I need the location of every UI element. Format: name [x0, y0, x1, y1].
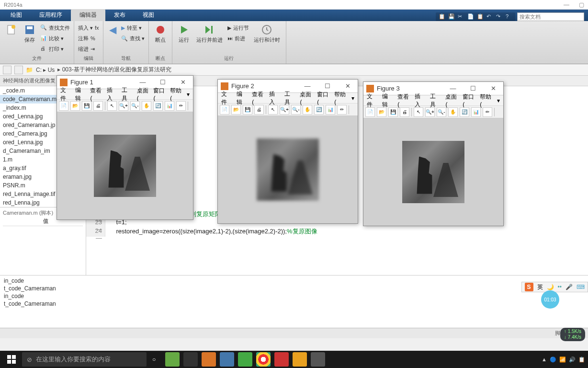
figure-menu-item[interactable]: 帮助( — [169, 87, 183, 102]
figure-toolbar-button[interactable]: 🔄 — [153, 101, 163, 111]
run-advance-button[interactable]: 运行并前进 — [194, 23, 225, 55]
figure-menu-item[interactable]: 工具 — [120, 86, 133, 103]
figure-menu-item[interactable]: 工具 — [283, 90, 296, 106]
folder-icon[interactable] — [293, 352, 307, 367]
tab-view[interactable]: 视图 — [134, 9, 163, 21]
figure-menu-item[interactable]: 帮助( — [478, 93, 494, 108]
compare-button[interactable]: 📊比较 ▾ — [40, 34, 70, 43]
breakpoint-button[interactable]: 断点 — [153, 23, 168, 55]
figure-menu-item[interactable]: 窗口( — [461, 93, 476, 108]
figure-menu-item[interactable]: 桌面( — [298, 91, 314, 105]
tray-icon[interactable]: 📶 — [559, 356, 566, 363]
figure-window-2[interactable]: Figure 2—☐✕文件编辑查看(插入工具桌面(窗口(帮助(▾📄📂💾🖨↖🔍+🔍… — [217, 79, 358, 224]
figure-menu-item[interactable]: 编辑 — [235, 90, 249, 106]
qat-copy-icon[interactable]: 📄 — [467, 13, 474, 20]
ime-toolbar[interactable]: S 英 🌙 •• 🎤 ⌨ — [521, 282, 588, 292]
figure-toolbar-button[interactable]: 📄 — [220, 105, 229, 115]
figure-toolbar-button[interactable]: 🔄 — [460, 107, 469, 117]
find-button[interactable]: 🔍 查找 ▾ — [121, 34, 145, 43]
figure-toolbar-button[interactable]: 🔄 — [314, 105, 324, 115]
qat-icon[interactable]: 📋 — [439, 13, 445, 20]
maximize-button[interactable]: ☐ — [466, 85, 480, 92]
taskbar-search[interactable]: ⊘ 在这里输入你要搜索的内容 — [22, 352, 147, 367]
figure-toolbar-button[interactable]: ✏ — [483, 107, 492, 117]
figure-menu-item[interactable]: 工具 — [429, 92, 442, 109]
figure-menu-item[interactable]: 窗口( — [152, 87, 167, 102]
new-button[interactable] — [4, 23, 19, 55]
cortana-icon[interactable]: ○ — [152, 356, 156, 363]
figure-toolbar-button[interactable]: 🔍+ — [280, 105, 289, 115]
mic-icon[interactable]: 🎤 — [565, 284, 573, 290]
maximize-button[interactable]: ☐ — [156, 79, 170, 86]
close-button[interactable]: ✕ — [486, 85, 500, 92]
app-icon[interactable] — [165, 352, 180, 367]
qat-cut-icon[interactable]: ✂ — [458, 13, 464, 20]
figure-toolbar-button[interactable]: 📊 — [326, 105, 335, 115]
figure-toolbar-button[interactable]: 💾 — [243, 105, 252, 115]
figure-toolbar-button[interactable]: 🔍+ — [119, 101, 128, 111]
save-button[interactable]: 保存 — [22, 23, 37, 55]
tray-icon[interactable]: 🔊 — [569, 356, 576, 363]
figure-toolbar-button[interactable]: ↖ — [107, 101, 117, 111]
figure-window-3[interactable]: Figure 3—☐✕文件编辑查看(插入工具桌面(窗口(帮助(▾📄📂💾🖨↖🔍+🔍… — [363, 81, 504, 226]
tray-icon[interactable]: 🔵 — [550, 356, 556, 363]
moon-icon[interactable]: 🌙 — [547, 284, 554, 290]
figure-menu-item[interactable]: 文件 — [59, 86, 72, 103]
ime-lang[interactable]: 英 — [537, 283, 543, 291]
figure-toolbar-button[interactable]: ✋ — [142, 101, 151, 111]
figure-menu-item[interactable]: 查看( — [250, 91, 266, 105]
figure-toolbar-button[interactable]: 🔍- — [130, 101, 140, 111]
figure-toolbar-button[interactable]: ✏ — [337, 105, 347, 115]
command-window[interactable]: in_codet_code_Cameramanin_codet_code_Cam… — [0, 275, 588, 328]
tray-icon[interactable]: 📋 — [578, 356, 585, 363]
search-docs-input[interactable] — [517, 12, 584, 21]
figure-toolbar-button[interactable]: 🔍- — [291, 105, 301, 115]
advance-button[interactable]: ⏭ 前进 — [227, 34, 249, 43]
figure-toolbar-button[interactable]: 📊 — [165, 101, 174, 111]
keyboard-icon[interactable]: ⌨ — [577, 284, 585, 290]
figure-toolbar-button[interactable]: 🖨 — [400, 107, 409, 117]
path-tail[interactable]: ▸ 003-基于神经网络的退化图像复原算法研究 — [57, 66, 171, 74]
figure-menu-item[interactable]: 编辑 — [74, 86, 87, 103]
close-button[interactable]: ✕ — [340, 82, 355, 90]
app-icon[interactable] — [220, 352, 234, 367]
goto-button[interactable]: ▶ 转至 ▾ — [121, 23, 145, 33]
figure-menu-item[interactable]: 文件 — [220, 90, 233, 106]
timer-badge[interactable]: 01:03 — [541, 290, 559, 309]
figure-menu-item[interactable]: 插入 — [105, 86, 118, 103]
path-segment[interactable]: C: ▸ Us — [36, 67, 55, 73]
insert-button[interactable]: 插入 ▾ fx — [78, 23, 99, 33]
figure-window-1[interactable]: Figure 1—☐✕文件编辑查看(插入工具桌面(窗口(帮助(▾📄📂💾🖨↖🔍+🔍… — [57, 75, 193, 220]
tab-apps[interactable]: 应用程序 — [31, 9, 71, 21]
figure-toolbar-button[interactable]: 🖨 — [254, 105, 264, 115]
figure-toolbar-button[interactable]: 💾 — [82, 101, 91, 111]
figure-toolbar-button[interactable]: 📄 — [365, 107, 375, 117]
nav-back-button[interactable]: ◀ — [107, 23, 118, 55]
minimize-button[interactable]: — — [136, 79, 150, 86]
figure-toolbar-button[interactable]: ✋ — [448, 107, 458, 117]
sogou-icon[interactable]: S — [525, 283, 533, 291]
figure-menu-item[interactable]: 窗口( — [316, 91, 331, 105]
app-icon[interactable] — [238, 352, 252, 367]
maximize-button[interactable]: ☐ — [320, 82, 335, 90]
figure-toolbar-button[interactable]: ↖ — [414, 107, 423, 117]
chrome-icon[interactable] — [256, 352, 271, 367]
figure-menu-item[interactable]: 桌面( — [136, 87, 150, 102]
minimize-button[interactable]: — — [446, 85, 460, 92]
tray-icon[interactable]: ▲ — [542, 356, 547, 362]
figure-toolbar-button[interactable]: 🔍- — [437, 107, 446, 117]
figure-menu-item[interactable]: 查看( — [89, 87, 103, 102]
figure-menu-item[interactable]: 桌面( — [444, 93, 459, 108]
start-button[interactable] — [3, 351, 20, 368]
minimize-button[interactable]: — — [300, 82, 315, 90]
run-button[interactable]: 运行 — [176, 23, 192, 55]
qat-paste-icon[interactable]: 📋 — [477, 13, 484, 20]
figure-menu-item[interactable]: 插入 — [268, 90, 281, 106]
figure-toolbar-button[interactable]: 📊 — [471, 107, 481, 117]
qat-redo-icon[interactable]: ↷ — [496, 13, 503, 20]
close-button[interactable]: ✕ — [176, 79, 190, 86]
tab-publish[interactable]: 发布 — [105, 9, 134, 21]
figure-menu-item[interactable]: 插入 — [413, 92, 427, 109]
figure-toolbar-button[interactable]: 📂 — [70, 101, 80, 111]
figure-toolbar-button[interactable]: 📂 — [377, 107, 386, 117]
